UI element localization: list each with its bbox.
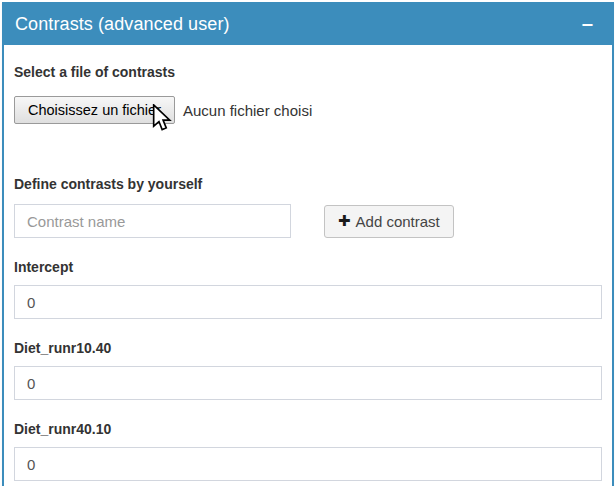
contrasts-panel: Contrasts (advanced user) − Select a fil… bbox=[2, 2, 614, 486]
contrast-field-diet-runr10-40: Diet_runr10.40 bbox=[14, 341, 602, 400]
file-input-label: Select a file of contrasts bbox=[14, 65, 602, 80]
contrast-field-intercept: Intercept bbox=[14, 260, 602, 319]
define-contrasts-label: Define contrasts by yourself bbox=[14, 177, 602, 192]
contrast-field-label: Intercept bbox=[14, 260, 602, 275]
contrast-name-input[interactable] bbox=[14, 204, 291, 238]
panel-title: Contrasts (advanced user) bbox=[15, 14, 577, 35]
choose-file-button[interactable]: Choisissez un fichier bbox=[14, 96, 175, 124]
minus-icon: − bbox=[581, 15, 594, 34]
collapse-button[interactable]: − bbox=[577, 15, 598, 35]
plus-icon: ✚ bbox=[338, 212, 351, 230]
add-contrast-button-label: Add contrast bbox=[356, 213, 440, 230]
file-input-row: Choisissez un fichier Aucun fichier choi… bbox=[14, 96, 602, 124]
intercept-input[interactable] bbox=[14, 285, 602, 319]
define-contrasts-row: ✚ Add contrast bbox=[14, 204, 602, 238]
diet-runr10-40-input[interactable] bbox=[14, 366, 602, 400]
add-contrast-button[interactable]: ✚ Add contrast bbox=[324, 205, 454, 238]
file-input-group: Select a file of contrasts Choisissez un… bbox=[14, 65, 602, 124]
define-contrasts-group: Define contrasts by yourself ✚ Add contr… bbox=[14, 177, 602, 238]
file-status-text: Aucun fichier choisi bbox=[183, 102, 312, 119]
diet-runr40-10-input[interactable] bbox=[14, 447, 602, 481]
panel-header: Contrasts (advanced user) − bbox=[4, 4, 612, 45]
contrast-field-diet-runr40-10: Diet_runr40.10 bbox=[14, 422, 602, 481]
contrast-field-label: Diet_runr40.10 bbox=[14, 422, 602, 437]
contrast-field-label: Diet_runr10.40 bbox=[14, 341, 602, 356]
page: Contrasts (advanced user) − Select a fil… bbox=[0, 0, 616, 486]
panel-body: Select a file of contrasts Choisissez un… bbox=[4, 45, 612, 486]
